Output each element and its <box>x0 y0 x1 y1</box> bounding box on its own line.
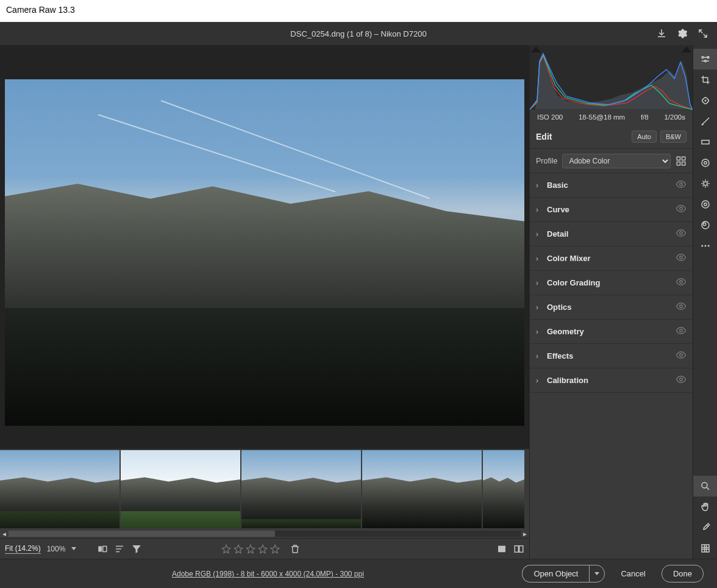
workflow-link[interactable]: Adobe RGB (1998) - 8 bit - 6000 x 4000 (… <box>172 570 364 578</box>
snapshot-tool-icon[interactable] <box>693 194 718 215</box>
image-preview[interactable] <box>5 79 524 426</box>
gear-icon[interactable] <box>677 28 688 39</box>
rating-stars[interactable] <box>221 544 280 554</box>
chevron-down-icon <box>594 572 599 575</box>
brush-tool-icon[interactable] <box>693 111 718 132</box>
fullscreen-icon[interactable] <box>697 28 708 39</box>
eye-icon[interactable] <box>676 179 687 192</box>
auto-button[interactable]: Auto <box>632 131 657 143</box>
eye-icon[interactable] <box>676 301 687 314</box>
zoom-dropdown[interactable] <box>71 547 76 550</box>
filter-icon[interactable] <box>131 543 142 554</box>
eye-icon[interactable] <box>676 276 687 289</box>
main-body: ◄ ► Fit (14.2%) 100% <box>0 45 717 559</box>
scrollbar-handle[interactable] <box>9 531 275 537</box>
heal-tool-icon[interactable] <box>693 90 718 111</box>
eye-icon[interactable] <box>676 325 687 338</box>
svg-point-33 <box>702 482 707 488</box>
eye-icon[interactable] <box>676 350 687 362</box>
svg-point-26 <box>704 203 707 206</box>
section-geometry[interactable]: › Geometry <box>530 320 693 344</box>
chevron-right-icon: › <box>536 376 541 385</box>
section-basic[interactable]: › Basic <box>530 173 693 198</box>
thumbnail-4[interactable] <box>362 450 482 528</box>
save-icon[interactable] <box>656 28 667 39</box>
zoom-fit[interactable]: Fit (14.2%) <box>5 544 41 554</box>
section-color-mixer[interactable]: › Color Mixer <box>530 246 693 271</box>
eye-icon[interactable] <box>676 228 687 240</box>
linear-gradient-icon[interactable] <box>693 132 718 152</box>
edit-tool-icon[interactable] <box>693 49 718 70</box>
star-icon <box>258 544 268 554</box>
radial-gradient-icon[interactable] <box>693 152 718 173</box>
before-after-icon[interactable] <box>97 543 108 554</box>
edit-panel: ISO 200 18-55@18 mm f/8 1/200s Edit Auto… <box>529 45 693 559</box>
svg-point-25 <box>704 182 707 185</box>
eye-icon[interactable] <box>676 374 687 387</box>
zoom-100[interactable]: 100% <box>47 545 66 553</box>
svg-point-11 <box>680 232 683 235</box>
hand-tool-icon[interactable] <box>693 497 718 517</box>
done-button[interactable]: Done <box>662 565 704 583</box>
redeye-tool-icon[interactable] <box>693 173 718 194</box>
filmstrip-scrollbar[interactable]: ◄ ► <box>0 529 529 538</box>
histogram[interactable] <box>530 45 693 110</box>
chevron-right-icon: › <box>536 303 541 312</box>
svg-point-15 <box>680 329 683 332</box>
star-icon <box>270 544 280 554</box>
filmstrip[interactable] <box>0 449 529 529</box>
color-sampler-icon[interactable] <box>693 517 718 538</box>
thumbnail-5[interactable] <box>483 450 524 528</box>
top-bar: DSC_0254.dng (1 of 8) – Nikon D7200 <box>0 22 717 45</box>
file-title: DSC_0254.dng (1 of 8) – Nikon D7200 <box>0 29 717 38</box>
open-button[interactable]: Open Object <box>522 565 589 583</box>
chevron-right-icon: › <box>536 328 541 336</box>
svg-rect-8 <box>682 162 685 165</box>
section-optics[interactable]: › Optics <box>530 295 693 320</box>
thumbnail-3[interactable] <box>241 450 361 528</box>
svg-point-23 <box>702 159 709 167</box>
exif-lens: 18-55@18 mm <box>579 113 625 121</box>
bw-button[interactable]: B&W <box>660 131 687 143</box>
chevron-right-icon: › <box>536 254 541 263</box>
eye-icon[interactable] <box>676 203 687 216</box>
thumbnail-2[interactable] <box>121 450 240 528</box>
bottom-toolbar: Fit (14.2%) 100% <box>0 538 529 559</box>
svg-point-27 <box>702 201 709 208</box>
crop-tool-icon[interactable] <box>693 70 718 90</box>
cancel-button[interactable]: Cancel <box>612 565 654 582</box>
compare-view-icon[interactable] <box>513 543 524 554</box>
profile-select[interactable]: Adobe Color <box>562 154 671 168</box>
section-calibration[interactable]: › Calibration <box>530 368 693 393</box>
profile-row: Profile Adobe Color <box>530 149 693 173</box>
presets-tool-icon[interactable] <box>693 215 718 235</box>
svg-point-9 <box>680 183 683 186</box>
profile-browser-icon[interactable] <box>676 156 687 167</box>
scroll-right-icon[interactable]: ► <box>521 531 529 537</box>
zoom-tool-icon[interactable] <box>693 476 718 497</box>
svg-rect-1 <box>103 546 107 551</box>
more-icon[interactable] <box>693 235 718 256</box>
section-color-grading[interactable]: › Color Grading <box>530 271 693 295</box>
thumbnail-1[interactable] <box>0 450 120 528</box>
svg-point-13 <box>680 281 683 284</box>
star-icon <box>221 544 231 554</box>
sort-icon[interactable] <box>114 543 125 554</box>
chevron-right-icon: › <box>536 181 541 190</box>
svg-point-10 <box>680 207 683 210</box>
chevron-down-icon <box>71 547 76 550</box>
section-detail[interactable]: › Detail <box>530 222 693 246</box>
single-view-icon[interactable] <box>496 543 507 554</box>
tool-rail <box>693 45 717 559</box>
svg-point-16 <box>680 354 683 357</box>
trash-icon[interactable] <box>290 543 301 554</box>
grid-icon[interactable] <box>693 538 718 559</box>
scroll-left-icon[interactable]: ◄ <box>0 531 9 537</box>
svg-rect-2 <box>498 545 505 552</box>
section-curve[interactable]: › Curve <box>530 198 693 222</box>
open-dropdown[interactable] <box>589 565 605 583</box>
open-button-group: Open Object <box>522 565 605 583</box>
eye-icon[interactable] <box>676 252 687 265</box>
edit-label: Edit <box>536 132 628 142</box>
section-effects[interactable]: › Effects <box>530 344 693 368</box>
